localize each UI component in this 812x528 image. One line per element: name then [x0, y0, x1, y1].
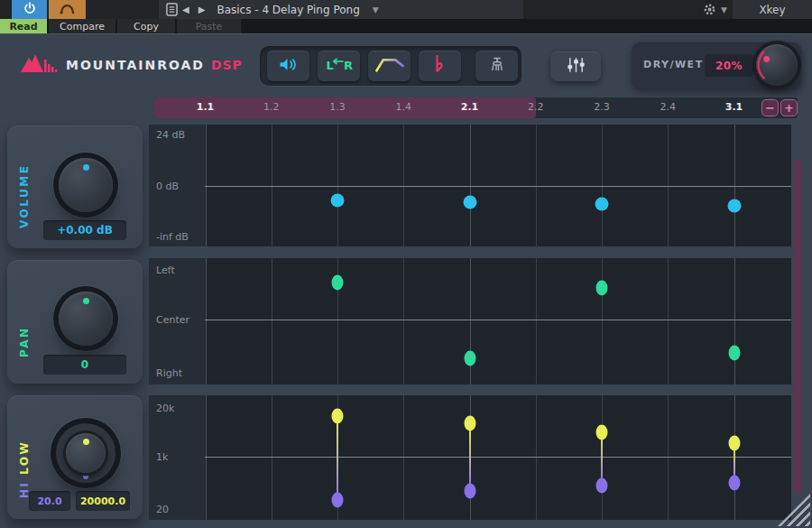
hi-low-panel: HI LOW 20.0 20000.0	[7, 395, 143, 519]
automation-point[interactable]	[596, 281, 608, 296]
volume-label: VOLUME	[18, 145, 31, 228]
volume-panel: VOLUME +0.00 dB	[7, 125, 143, 248]
pan-knob[interactable]	[59, 292, 113, 346]
axis-label: Center	[156, 314, 189, 326]
paste-button[interactable]: Paste	[177, 19, 241, 33]
daw-plugin-window: ◀ ▶ Basics - 4 Delay Ping Pong ▼ ▼ Xkey …	[0, 0, 812, 528]
mixer-button[interactable]	[550, 51, 601, 81]
center-line	[205, 320, 791, 320]
lane-grid[interactable]	[205, 125, 791, 246]
pan-value[interactable]: 0	[43, 355, 126, 375]
high-pass-value[interactable]: 20.0	[29, 491, 70, 511]
brand-name: MOUNTAINROAD	[66, 58, 205, 72]
device-button[interactable]: Xkey	[733, 0, 812, 19]
volume-knob[interactable]	[59, 158, 113, 212]
zoom-out-button[interactable]: −	[761, 99, 779, 116]
dry-wet-value[interactable]: 20%	[705, 54, 753, 77]
gridline	[403, 395, 404, 520]
ruler-tick: 1.3	[329, 101, 346, 113]
gridline	[536, 395, 537, 520]
automation-point[interactable]	[727, 199, 741, 213]
automation-point[interactable]	[595, 198, 609, 211]
filter-lane[interactable]: 20k1k20	[149, 395, 791, 520]
broom-icon	[489, 56, 505, 76]
center-line	[205, 457, 791, 458]
bypass-button[interactable]	[49, 0, 86, 19]
filter-lane-toggle[interactable]	[368, 51, 411, 81]
automation-point[interactable]	[331, 193, 345, 207]
read-button[interactable]: Read	[0, 19, 47, 33]
gridline	[272, 258, 272, 384]
prev-preset-button[interactable]: ◀	[178, 5, 194, 14]
timeline-ruler[interactable]: − + 1.11.21.31.42.12.22.32.43.1	[154, 97, 798, 118]
ruler-tick: 2.1	[461, 101, 479, 113]
automation-point[interactable]	[332, 409, 344, 424]
lane-toggle-group: LR	[260, 46, 521, 86]
automation-point[interactable]	[332, 275, 344, 291]
pan-label: PAN	[18, 285, 31, 357]
lane-grid[interactable]	[205, 395, 791, 520]
left-right-icon: LR	[326, 57, 353, 76]
dry-wet-label: DRY/WET	[643, 59, 704, 70]
ruler-tick: 1.2	[263, 101, 280, 113]
lane-grid[interactable]	[205, 258, 791, 384]
hi-low-label: HI LOW	[18, 415, 31, 498]
automation-point[interactable]	[332, 492, 344, 507]
pitch-lane-toggle[interactable]	[419, 51, 461, 81]
settings-dropdown-icon[interactable]: ▼	[721, 5, 727, 14]
automation-point[interactable]	[464, 483, 475, 498]
next-preset-button[interactable]: ▶	[194, 5, 210, 14]
pan-panel: PAN 0	[7, 260, 143, 384]
volume-lane[interactable]: 24 dB0 dB-inf dB	[149, 125, 791, 246]
axis-label: 0 dB	[156, 181, 179, 192]
dry-wet-module: DRY/WET 20%	[632, 42, 802, 88]
automation-point[interactable]	[463, 195, 476, 208]
sliders-icon	[566, 57, 586, 77]
low-label: LOW	[18, 440, 31, 475]
titlebar: ◀ ▶ Basics - 4 Delay Ping Pong ▼ ▼ Xkey	[0, 0, 812, 19]
automation-point[interactable]	[728, 346, 740, 361]
automation-point[interactable]	[596, 478, 608, 494]
automation-toolbar: Read Compare Copy Paste	[0, 19, 812, 33]
vertical-scrollbar-thumb[interactable]	[794, 160, 801, 493]
volume-lane-toggle[interactable]	[267, 51, 309, 81]
pan-lane[interactable]: LeftCenterRight	[149, 258, 791, 384]
automation-point[interactable]	[464, 416, 475, 431]
knob-arc	[756, 44, 798, 86]
gridline	[206, 258, 207, 384]
power-button[interactable]	[12, 0, 47, 19]
volume-value[interactable]: +0.00 dB	[43, 220, 126, 240]
copy-button[interactable]: Copy	[117, 19, 175, 33]
automation-point[interactable]	[728, 476, 740, 491]
knob-indicator-dot	[83, 164, 89, 171]
automation-point[interactable]	[728, 435, 740, 450]
automation-point[interactable]	[596, 424, 608, 440]
pan-lane-toggle[interactable]: LR	[318, 51, 360, 81]
brand-suffix: DSP	[211, 58, 243, 72]
center-line	[205, 186, 791, 187]
axis-label: Left	[156, 264, 175, 276]
gridline	[206, 395, 207, 520]
speaker-icon	[278, 57, 299, 76]
preset-browser-icon[interactable]	[166, 3, 178, 16]
preset-name[interactable]: Basics - 4 Delay Ping Pong	[217, 4, 359, 16]
filter-curve-icon	[374, 55, 406, 77]
axis-label: 20	[156, 504, 169, 515]
automation-point[interactable]	[464, 351, 475, 366]
compare-button[interactable]: Compare	[49, 19, 115, 33]
axis-label: 1k	[156, 451, 168, 463]
dry-wet-knob[interactable]	[756, 44, 798, 86]
filter-range-line	[469, 423, 471, 491]
knob-indicator-dot	[83, 298, 89, 304]
gridline	[602, 258, 603, 384]
gridline	[668, 258, 669, 384]
low-pass-knob[interactable]	[66, 433, 106, 473]
knob-indicator-dot	[83, 474, 88, 479]
zoom-in-button[interactable]: +	[780, 99, 798, 116]
preset-dropdown-icon[interactable]: ▼	[373, 5, 379, 14]
settings-gear-icon[interactable]	[699, 3, 719, 16]
low-pass-value[interactable]: 20000.0	[76, 491, 130, 511]
svg-text:R: R	[344, 59, 353, 72]
clear-button[interactable]	[475, 51, 518, 81]
axis-label: 24 dB	[156, 129, 185, 141]
